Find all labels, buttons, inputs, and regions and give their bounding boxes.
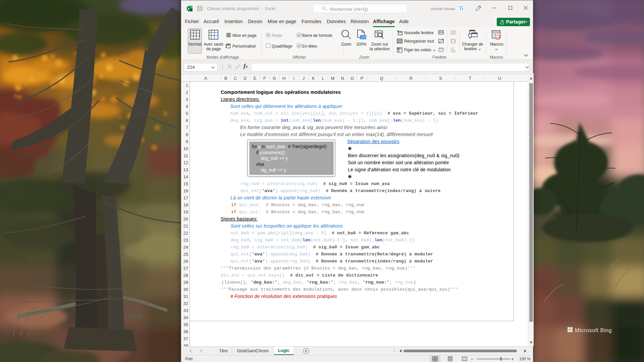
svg-text:Microsoft Bing: Microsoft Bing	[575, 327, 612, 333]
svg-text:X: X	[187, 7, 190, 10]
svg-text:100: 100	[360, 35, 366, 39]
